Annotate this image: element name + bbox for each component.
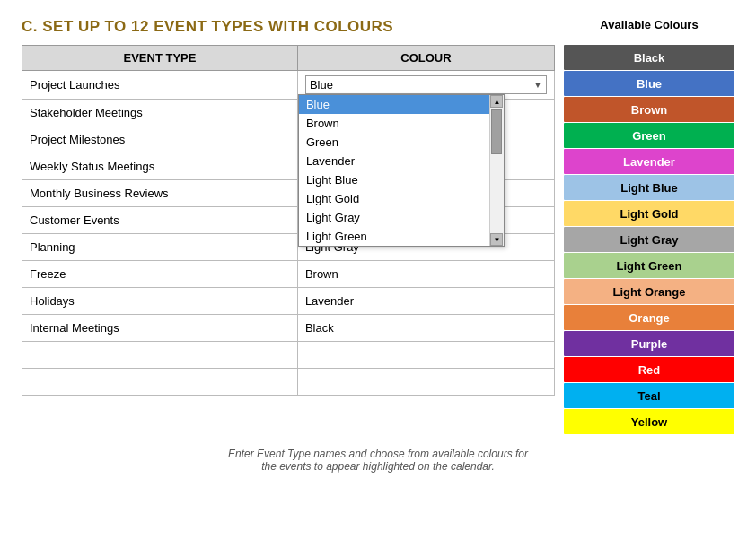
colour-swatch: Purple [564,331,734,356]
footer-note-line1: Enter Event Type names and choose from a… [22,448,734,460]
colour-swatch: Orange [564,305,734,330]
event-type-cell: Planning [22,234,298,261]
colour-cell[interactable]: Blue▼BlueBrownGreenLavenderLight BlueLig… [297,71,554,100]
page-title: C. SET UP TO 12 EVENT TYPES WITH COLOURS [22,18,555,36]
table-header-row: EVENT TYPE COLOUR [22,46,555,71]
dropdown-list: BlueBrownGreenLavenderLight BlueLight Go… [299,95,489,246]
event-type-cell: Internal Meetings [22,315,298,342]
page: C. SET UP TO 12 EVENT TYPES WITH COLOURS… [0,0,756,549]
scrollbar-thumb[interactable] [491,109,502,154]
available-colours-label: Available Colours [564,18,734,31]
colour-cell: Black [297,315,554,342]
event-type-cell: Customer Events [22,207,298,234]
dropdown-item[interactable]: Lavender [299,152,489,170]
colour-swatch: Light Gray [564,227,734,252]
scrollbar-up-icon[interactable]: ▲ [490,95,503,108]
event-type-cell: Monthly Business Reviews [22,180,298,207]
dropdown-item[interactable]: Light Blue [299,170,489,189]
scrollbar-track[interactable]: ▲ ▼ [489,95,504,246]
colour-swatch: Lavender [564,149,734,174]
dropdown-item[interactable]: Brown [299,114,489,133]
dropdown-item[interactable]: Blue [299,95,489,114]
colour-swatch: Light Orange [564,279,734,304]
footer-note: Enter Event Type names and choose from a… [22,448,734,473]
table-row: Project LaunchesBlue▼BlueBrownGreenLaven… [22,71,555,100]
table-row: Internal MeetingsBlack [22,315,555,342]
scrollbar-down-icon[interactable]: ▼ [490,233,503,246]
colour-swatch: Light Gold [564,201,734,226]
event-type-cell: Freeze [22,261,298,288]
dropdown-open: BlueBrownGreenLavenderLight BlueLight Go… [298,94,505,247]
colour-cell [297,342,554,369]
colour-swatch: Light Green [564,253,734,278]
table-row [22,342,555,369]
event-type-cell [22,369,298,396]
event-type-cell [22,342,298,369]
colour-value: Blue [310,78,333,92]
colour-swatch: Black [564,45,734,70]
dropdown-item[interactable]: Light Green [299,227,489,246]
event-type-cell: Weekly Status Meetings [22,153,298,180]
table-row: HolidaysLavender [22,288,555,315]
main-content: EVENT TYPE COLOUR Project LaunchesBlue▼B… [22,45,734,435]
dropdown-item[interactable]: Light Gold [299,189,489,208]
colour-swatch: Teal [564,383,734,408]
colours-panel: BlackBlueBrownGreenLavenderLight BlueLig… [564,45,734,435]
table-row: FreezeBrown [22,261,555,288]
col-header-event-type: EVENT TYPE [22,46,298,71]
footer-note-line2: the events to appear highlighted on the … [22,460,734,473]
event-type-cell: Project Launches [22,71,298,100]
colour-swatch: Yellow [564,409,734,434]
dropdown-item[interactable]: Green [299,133,489,152]
colour-swatch: Brown [564,97,734,122]
colour-swatch: Red [564,357,734,382]
colour-swatch: Blue [564,71,734,96]
table-section: EVENT TYPE COLOUR Project LaunchesBlue▼B… [22,45,555,435]
colour-cell: Brown [297,261,554,288]
event-type-cell: Holidays [22,288,298,315]
table-row [22,369,555,396]
colour-swatch: Light Blue [564,175,734,200]
event-type-cell: Project Milestones [22,126,298,153]
dropdown-item[interactable]: Light Gray [299,208,489,227]
colour-cell: Lavender [297,288,554,315]
header-row: C. SET UP TO 12 EVENT TYPES WITH COLOURS… [22,18,734,36]
colour-cell [297,369,554,396]
event-table: EVENT TYPE COLOUR Project LaunchesBlue▼B… [22,45,555,396]
colour-swatch: Green [564,123,734,148]
dropdown-arrow-icon[interactable]: ▼ [533,80,542,90]
col-header-colour: COLOUR [297,46,554,71]
event-type-cell: Stakeholder Meetings [22,100,298,126]
